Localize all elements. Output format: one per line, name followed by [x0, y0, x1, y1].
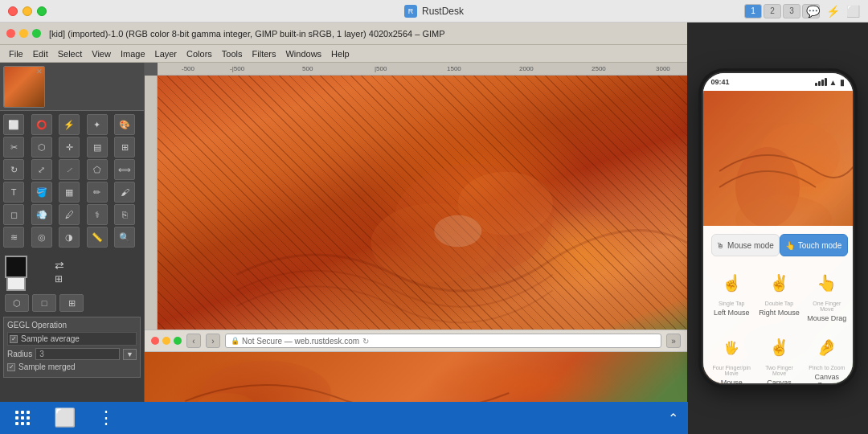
gimp-canvas-area[interactable]: -500 -|500 500 |500 1500 2000 2500 3000: [145, 63, 687, 434]
tool-clone[interactable]: ⎘: [114, 204, 135, 225]
tool-extra-1[interactable]: ⬡: [5, 294, 29, 312]
taskbar: ⬜ ⋮ ⌃: [0, 402, 688, 434]
menu-image[interactable]: Image: [117, 46, 149, 62]
extend-button[interactable]: »: [666, 334, 681, 348]
mouse-wheel-label-main: Mouse Wheel: [711, 379, 752, 385]
tool-measure[interactable]: 📏: [87, 227, 108, 248]
tool-paintbrush[interactable]: 🖌: [114, 182, 135, 203]
radius-value[interactable]: 3: [35, 348, 120, 360]
menu-colors[interactable]: Colors: [182, 46, 216, 62]
tab-3[interactable]: 3: [783, 4, 800, 18]
tool-smudge[interactable]: ≋: [3, 227, 24, 248]
titlebar-center: R RustDesk: [404, 5, 464, 18]
menu-windows[interactable]: Windows: [281, 46, 326, 62]
tool-eraser[interactable]: ◻: [3, 204, 24, 225]
tab-1[interactable]: 1: [744, 4, 762, 18]
dots-grid: [15, 411, 30, 425]
address-bar[interactable]: 🔒 Not Secure — web.rustdesk.com ↻: [225, 334, 661, 348]
close-button[interactable]: [8, 6, 18, 16]
tool-ellipse-select[interactable]: ⭕: [31, 114, 52, 135]
tab-2[interactable]: 2: [764, 4, 781, 18]
menu-tools[interactable]: Tools: [218, 46, 247, 62]
touch-mode-button[interactable]: 👆 Touch mode: [780, 234, 848, 256]
tool-zoom[interactable]: 🔍: [114, 227, 135, 248]
right-mouse-label-top: Double Tap: [765, 301, 793, 306]
tool-shear[interactable]: ⟋: [59, 159, 80, 180]
gimp-minimize-button[interactable]: [19, 29, 28, 38]
mouse-drag-label-main: Mouse Drag: [807, 314, 846, 322]
menu-layer[interactable]: Layer: [151, 46, 182, 62]
gimp-close-button[interactable]: [6, 29, 15, 38]
tool-align[interactable]: ▤: [87, 137, 108, 158]
foreground-color-swatch[interactable]: [5, 256, 27, 278]
tool-free-select[interactable]: ⚡: [59, 114, 80, 135]
tool-dodge[interactable]: ◑: [59, 227, 80, 248]
dot: [15, 411, 18, 414]
tool-pencil[interactable]: ✏: [87, 182, 108, 203]
ruler-mark: 500: [302, 65, 313, 72]
gimp-fullscreen-button[interactable]: [32, 29, 41, 38]
tool-rotate[interactable]: ↻: [3, 159, 24, 180]
tool-extra-3[interactable]: ⊞: [59, 294, 84, 312]
forward-button[interactable]: ›: [206, 334, 220, 348]
menu-edit[interactable]: Edit: [29, 46, 52, 62]
tool-foreground-select[interactable]: ⬡: [31, 137, 52, 158]
minimize-button[interactable]: [23, 6, 32, 16]
tool-convolve[interactable]: ◎: [31, 227, 52, 248]
thumbnail-close[interactable]: ✕: [36, 68, 43, 76]
svg-point-3: [434, 215, 481, 247]
menu-filters[interactable]: Filters: [248, 46, 280, 62]
mouse-mode-label: Mouse mode: [727, 241, 774, 250]
phone-status-icons: ▲ ▮: [815, 78, 845, 87]
taskbar-square-icon[interactable]: ⬜: [51, 405, 77, 431]
rustdesk-titlebar: R RustDesk 1 2 3 4 💬 ⚡ ⬜: [0, 0, 868, 23]
rustdesk-app-icon: R: [404, 5, 417, 18]
phone-screen[interactable]: 🖱 Mouse mode 👆 Touch mode ☝ Single Tap: [703, 91, 854, 385]
tool-bucket-fill[interactable]: 🪣: [31, 182, 52, 203]
reload-icon[interactable]: ↻: [362, 337, 369, 346]
tool-scissors[interactable]: ✂: [3, 137, 24, 158]
tool-rect-select[interactable]: ⬜: [3, 114, 24, 135]
touch-mode-icon: 👆: [785, 241, 795, 250]
swap-colors-icon[interactable]: ⇄: [55, 259, 64, 272]
tool-airbrush[interactable]: 💨: [31, 204, 52, 225]
browser-close[interactable]: [151, 337, 159, 345]
back-button[interactable]: ‹: [186, 334, 201, 348]
sample-average-checkbox[interactable]: ✓: [10, 335, 18, 343]
tool-fuzzy-select[interactable]: ✦: [87, 114, 108, 135]
gimp-body: ✕ ⬜ ⭕ ⚡ ✦ 🎨 ✂ ⬡ ✛ ▤ ⊞ ↻ ⤢ ⟋: [0, 63, 687, 434]
tool-flip[interactable]: ⟺: [114, 159, 135, 180]
radius-expand[interactable]: ▼: [123, 349, 137, 360]
fullscreen-button[interactable]: [37, 6, 47, 16]
tool-blend[interactable]: ▦: [59, 182, 80, 203]
mouse-drag-icon: 👆: [812, 268, 842, 298]
display-icon[interactable]: ⬜: [846, 5, 860, 18]
tool-ink[interactable]: 🖊: [59, 204, 80, 225]
sample-merged-checkbox[interactable]: ✓: [7, 363, 15, 371]
menu-select[interactable]: Select: [54, 46, 87, 62]
rustdesk-title: RustDesk: [422, 6, 464, 17]
tool-text[interactable]: T: [3, 182, 24, 203]
tool-scale[interactable]: ⤢: [31, 159, 52, 180]
menu-help[interactable]: Help: [327, 46, 354, 62]
lightning-icon[interactable]: ⚡: [826, 5, 840, 18]
tool-heal[interactable]: ⚕: [87, 204, 108, 225]
canvas-move-icon: ✌: [764, 332, 794, 362]
mouse-mode-button[interactable]: 🖱 Mouse mode: [711, 234, 780, 256]
taskbar-more-icon[interactable]: ⋮: [93, 405, 119, 431]
menu-view[interactable]: View: [88, 46, 115, 62]
taskbar-chevron-icon[interactable]: ⌃: [668, 411, 678, 426]
tool-crop[interactable]: ⊞: [114, 137, 135, 158]
chat-icon[interactable]: 💬: [806, 5, 820, 18]
tool-perspective[interactable]: ⬠: [87, 159, 108, 180]
tool-move[interactable]: ✛: [59, 137, 80, 158]
tool-extra-2[interactable]: □: [32, 294, 56, 312]
tool-by-color[interactable]: 🎨: [114, 114, 135, 135]
browser-fullscreen[interactable]: [174, 337, 182, 345]
menu-file[interactable]: File: [5, 46, 27, 62]
taskbar-grid-icon[interactable]: [10, 405, 35, 431]
browser-minimize[interactable]: [162, 337, 170, 345]
phone-status-bar: 09:41 ▲ ▮: [703, 73, 853, 91]
gesture-right-mouse: ✌ Double Tap Right Mouse: [757, 264, 801, 326]
reset-colors-icon[interactable]: ⊞: [55, 273, 64, 285]
